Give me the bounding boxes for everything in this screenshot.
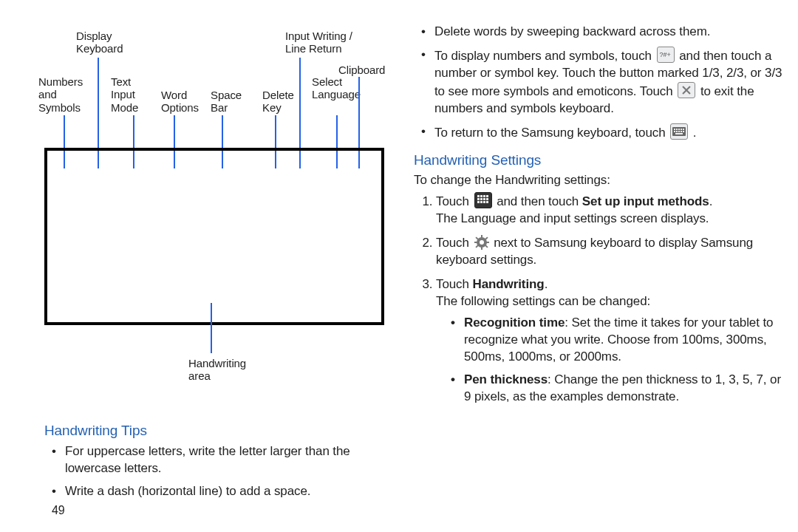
svg-rect-13 — [480, 195, 482, 197]
bold-text: Set up input methods — [582, 194, 709, 208]
svg-rect-19 — [486, 198, 488, 200]
list-item: To display numbers and symbols, touch an… — [432, 47, 791, 117]
svg-rect-9 — [681, 131, 682, 132]
svg-rect-17 — [480, 198, 482, 200]
text-fragment: To display numbers and symbols, touch — [434, 49, 655, 63]
svg-rect-3 — [678, 129, 680, 130]
keyboard-icon — [670, 123, 688, 140]
list-item: Pen thickness: Change the pen thickness … — [461, 372, 791, 406]
svg-rect-23 — [486, 201, 488, 203]
svg-rect-5 — [683, 129, 684, 130]
label-clipboard: Clipboard — [338, 64, 385, 76]
handwriting-tips-heading: Handwriting Tips — [44, 421, 406, 440]
svg-rect-29 — [486, 242, 489, 243]
text-fragment: Touch — [436, 236, 473, 250]
svg-rect-22 — [483, 201, 485, 203]
step-note: The Language and input settings screen d… — [436, 211, 791, 228]
step-note: The following settings can be changed: — [436, 293, 791, 310]
svg-rect-21 — [480, 201, 482, 203]
svg-rect-27 — [481, 247, 482, 250]
text-fragment: . — [693, 126, 697, 140]
keyboard-diagram: Display Keyboard Input Writing / Line Re… — [44, 30, 395, 399]
list-item: For uppercase letters, write the letter … — [62, 443, 406, 477]
tips-list: For uppercase letters, write the letter … — [44, 443, 406, 500]
right-column: Delete words by sweeping backward across… — [414, 22, 791, 413]
step-item: Touch Handwriting. The following setting… — [436, 276, 791, 406]
svg-rect-14 — [483, 195, 485, 197]
text-fragment: . — [709, 194, 713, 208]
svg-rect-6 — [674, 131, 675, 132]
label-delete-key: Delete Key — [262, 89, 294, 115]
text-fragment: Touch — [436, 277, 473, 291]
label-handwriting-area: Handwriting area — [188, 357, 246, 383]
svg-rect-20 — [477, 201, 480, 203]
svg-rect-10 — [683, 131, 684, 132]
text-fragment: Touch — [436, 194, 473, 208]
list-item: Write a dash (horizontal line) to add a … — [62, 483, 406, 500]
label-display-keyboard: Display Keyboard — [76, 30, 123, 55]
settings-sublist: Recognition time: Set the time it takes … — [446, 315, 791, 406]
svg-rect-26 — [481, 235, 482, 238]
handwriting-box — [44, 148, 384, 325]
svg-point-25 — [480, 240, 484, 245]
close-keyboard-icon — [678, 82, 695, 98]
intro-text: To change the Handwriting settings: — [414, 172, 791, 189]
svg-rect-16 — [477, 198, 480, 200]
label-space-bar: Space Bar — [211, 89, 242, 115]
apps-grid-icon — [474, 192, 492, 208]
svg-rect-7 — [676, 131, 678, 132]
step-item: Touch next to Samsung keyboard to displa… — [436, 235, 791, 269]
bold-text: Recognition time — [464, 316, 565, 330]
svg-rect-1 — [674, 129, 675, 130]
right-top-list: Delete words by sweeping backward across… — [414, 24, 791, 142]
label-text-input-mode: Text Input Mode — [111, 75, 138, 114]
handwriting-settings-heading: Handwriting Settings — [414, 151, 791, 170]
label-numbers-symbols: Numbers and Symbols — [38, 75, 83, 114]
text-fragment: . — [545, 277, 548, 291]
svg-rect-11 — [675, 133, 683, 134]
gear-icon — [474, 235, 489, 250]
step-item: Touch and then touch Set up input method… — [436, 192, 791, 228]
label-input-writing: Input Writing / Line Return — [285, 30, 352, 55]
svg-rect-4 — [681, 129, 682, 130]
svg-rect-8 — [678, 131, 680, 132]
list-item: Delete words by sweeping backward across… — [432, 24, 791, 41]
label-word-options: Word Options — [161, 89, 199, 115]
symbols-numbers-key-icon — [657, 47, 675, 63]
handwriting-tips-section: Handwriting Tips For uppercase letters, … — [44, 414, 406, 505]
bold-text: Handwriting — [473, 277, 545, 291]
list-item: Recognition time: Set the time it takes … — [461, 315, 791, 366]
left-column: Display Keyboard Input Writing / Line Re… — [44, 22, 406, 399]
list-item: To return to the Samsung keyboard, touch… — [432, 123, 791, 142]
pointer-line — [211, 303, 212, 353]
text-fragment: and then touch — [497, 194, 582, 208]
bold-text: Pen thickness — [464, 372, 548, 386]
page: Display Keyboard Input Writing / Line Re… — [0, 0, 798, 532]
svg-rect-15 — [486, 195, 488, 197]
label-select-language: Select Language — [312, 75, 361, 101]
svg-rect-2 — [676, 129, 678, 130]
text-fragment: To return to the Samsung keyboard, touch — [434, 126, 669, 140]
svg-rect-18 — [483, 198, 485, 200]
svg-rect-12 — [477, 195, 480, 197]
steps-list: Touch and then touch Set up input method… — [414, 192, 791, 405]
svg-rect-28 — [474, 242, 477, 243]
page-number: 49 — [52, 502, 65, 519]
